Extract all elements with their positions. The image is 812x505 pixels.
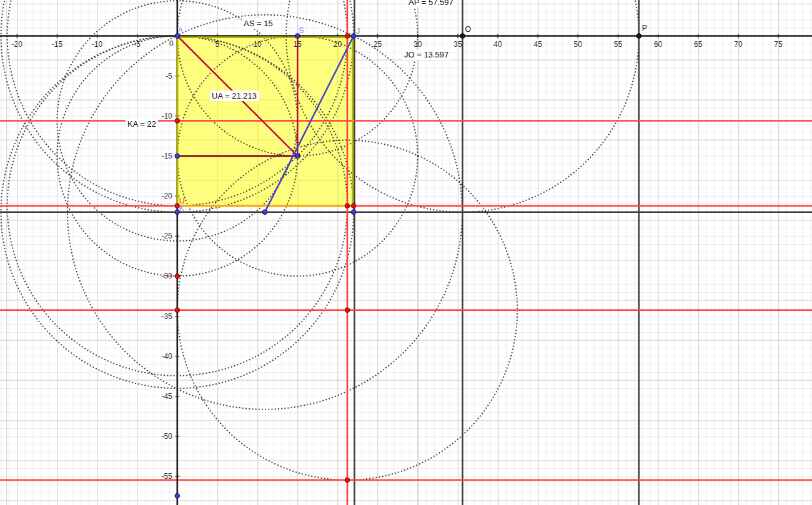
- point-O-label[interactable]: O: [465, 26, 472, 34]
- label-AP[interactable]: AP = 57.597: [407, 0, 455, 7]
- label-JO[interactable]: JO = 13.597: [402, 49, 450, 60]
- point-J[interactable]: [352, 34, 356, 38]
- point-x21[interactable]: [345, 34, 349, 38]
- point-v1[interactable]: [345, 308, 349, 312]
- point-y30[interactable]: [175, 274, 179, 278]
- point-y57[interactable]: [175, 494, 179, 498]
- point-K-label[interactable]: K: [179, 205, 184, 213]
- label-AS[interactable]: AS = 15: [242, 18, 275, 29]
- point-P[interactable]: [636, 34, 641, 38]
- point-c1[interactable]: [345, 203, 349, 208]
- point-c2[interactable]: [352, 203, 356, 208]
- geometry-graphics-view[interactable]: AS = 15AP = 57.597JO = 13.597UA = 21.213…: [0, 0, 812, 505]
- point-S-label[interactable]: S: [299, 27, 304, 35]
- point-B[interactable]: [262, 210, 267, 214]
- point-y34[interactable]: [175, 308, 179, 312]
- point-c3[interactable]: [352, 210, 356, 214]
- point-O[interactable]: [460, 34, 465, 38]
- point-P-label[interactable]: P: [642, 24, 647, 32]
- point-y10[interactable]: [175, 119, 179, 123]
- construction-canvas: [0, 0, 812, 505]
- point-v2[interactable]: [345, 478, 349, 482]
- point-J-label[interactable]: J: [356, 27, 360, 36]
- label-KA[interactable]: KA = 22: [126, 119, 158, 129]
- label-UA[interactable]: UA = 21.213: [210, 91, 259, 101]
- point-M[interactable]: [295, 154, 300, 158]
- point-N[interactable]: [175, 154, 179, 158]
- point-A-label[interactable]: A: [178, 27, 183, 35]
